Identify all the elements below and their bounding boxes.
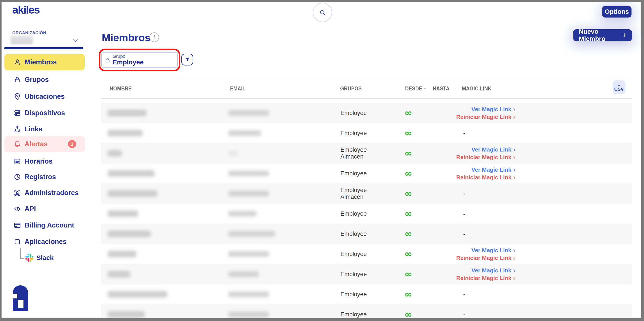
member-name-redacted <box>108 231 151 237</box>
filter-button[interactable] <box>182 54 193 65</box>
sidebar-item-horarios[interactable]: Horarios <box>4 153 85 169</box>
organization-underline <box>4 47 83 49</box>
member-email-redacted <box>228 271 259 277</box>
ver-magic-link[interactable]: Ver Magic Link› <box>456 105 516 113</box>
reiniciar-magic-link[interactable]: Reiniciar Magic Link› <box>456 153 516 161</box>
group-value: Employee <box>340 231 367 237</box>
col-header-hasta: HASTA <box>433 85 450 92</box>
ver-magic-link[interactable]: Ver Magic Link› <box>456 146 516 153</box>
col-header-desde: DESDE <box>405 85 422 92</box>
desde-infinity-value: ∞ <box>404 163 412 183</box>
desde-infinity-value: ∞ <box>404 123 412 143</box>
sidebar-item-label: Miembros <box>24 58 56 66</box>
group-value: Employee <box>340 291 367 298</box>
member-email-redacted <box>228 170 269 176</box>
table-row[interactable]: Employee∞ Ver Magic Link› Reiniciar Magi… <box>101 264 632 284</box>
member-name-redacted <box>108 311 145 318</box>
desde-infinity-value: ∞ <box>404 183 412 204</box>
table-row[interactable]: Employee∞- <box>101 284 632 304</box>
reiniciar-magic-link[interactable]: Reiniciar Magic Link› <box>456 274 516 282</box>
chevron-right-icon: › <box>513 113 516 121</box>
reiniciar-magic-link[interactable]: Reiniciar Magic Link› <box>456 254 516 262</box>
table-row[interactable]: Employee∞- <box>101 204 632 224</box>
search-button[interactable] <box>313 3 332 22</box>
sidebar-item-api[interactable]: API <box>4 201 85 217</box>
info-icon[interactable]: i <box>149 32 159 42</box>
mark-cutout <box>13 294 17 299</box>
new-member-label: Nuevo Miembro <box>579 28 622 42</box>
member-name-redacted <box>108 251 136 257</box>
ver-magic-link[interactable]: Ver Magic Link› <box>456 246 516 254</box>
mark-cutout <box>18 300 24 308</box>
table-row[interactable]: Employee∞ Ver Magic Link› Reiniciar Magi… <box>101 244 632 264</box>
chevron-right-icon: › <box>513 246 516 254</box>
groups-cell: Employee <box>340 264 367 284</box>
organization-label: ORGANIZACIÓN <box>12 30 46 35</box>
lock-icon <box>105 57 110 63</box>
chevron-right-icon: › <box>513 274 516 282</box>
sidebar-item-grupos[interactable]: Grupos <box>4 72 85 88</box>
page-title: Miembros <box>102 31 150 44</box>
member-email-redacted <box>228 251 269 257</box>
sidebar-item-label: Alertas <box>24 140 48 148</box>
member-email-redacted <box>228 292 269 297</box>
ver-magic-link[interactable]: Ver Magic Link› <box>456 166 516 173</box>
sidebar-item-label: Horarios <box>24 158 52 165</box>
plus-icon: + <box>622 31 626 39</box>
sidebar-item-ubicaciones[interactable]: Ubicaciones <box>4 88 85 105</box>
toggles-icon <box>14 109 21 117</box>
card-icon <box>14 222 21 229</box>
chevron-right-icon: › <box>513 254 516 262</box>
table-row[interactable]: Employee∞- <box>101 304 632 321</box>
desde-infinity-value: ∞ <box>404 244 412 264</box>
slack-connector-vertical <box>20 248 20 259</box>
chevron-down-icon[interactable] <box>72 37 79 44</box>
groups-cell: Employee <box>340 204 367 224</box>
col-header-range-dash: – <box>424 85 426 92</box>
table-row[interactable]: Employee∞- <box>101 123 632 143</box>
ver-magic-link[interactable]: Ver Magic Link› <box>456 267 516 274</box>
calendar-icon <box>14 158 21 165</box>
groups-cell: Employee <box>340 163 367 183</box>
magic-link-actions: Ver Magic Link› Reiniciar Magic Link› <box>456 166 516 181</box>
export-csv-button[interactable]: CSV <box>613 80 625 94</box>
table-header-top-border <box>101 78 632 78</box>
member-email-redacted <box>228 231 275 237</box>
table-row[interactable]: EmployeeAlmacen∞- <box>101 183 632 204</box>
table-row[interactable]: EmployeeAlmacen∞ Ver Magic Link› Reinici… <box>101 143 632 163</box>
col-header-email: EMAIL <box>230 85 246 92</box>
group-filter-chip[interactable]: Grupo Employee <box>101 52 178 68</box>
new-member-button[interactable]: Nuevo Miembro + <box>573 29 632 41</box>
sidebar-item-alertas[interactable]: Alertas1 <box>4 136 85 152</box>
reiniciar-magic-link[interactable]: Reiniciar Magic Link› <box>456 113 516 121</box>
member-name-redacted <box>108 190 158 197</box>
desde-infinity-value: ∞ <box>404 304 412 321</box>
sidebar-item-registros[interactable]: Registros <box>4 169 85 185</box>
sidebar-item-label: Administradores <box>24 189 78 197</box>
sidebar-item-label: Grupos <box>24 76 49 84</box>
admin-icon <box>14 189 21 197</box>
organization-value-redacted[interactable] <box>10 35 33 44</box>
table-row[interactable]: Employee∞ Ver Magic Link› Reiniciar Magi… <box>101 163 632 183</box>
table-row[interactable]: Employee∞- <box>101 224 632 244</box>
sidebar-item-administradores[interactable]: Administradores <box>4 185 85 201</box>
sidebar-item-dispositivos[interactable]: Dispositivos <box>4 105 85 121</box>
member-name-redacted <box>108 150 122 157</box>
desde-infinity-value: ∞ <box>404 224 412 244</box>
sidebar-item-aplicaciones[interactable]: Aplicaciones <box>4 234 85 250</box>
reiniciar-magic-link[interactable]: Reiniciar Magic Link› <box>456 173 516 181</box>
akiles-mark-logo <box>13 285 28 311</box>
table-row[interactable]: Employee∞ Ver Magic Link› Reiniciar Magi… <box>101 103 632 123</box>
person-icon <box>14 58 21 66</box>
sidebar-item-slack[interactable]: Slack <box>21 250 85 266</box>
sidebar-item-miembros[interactable]: Miembros <box>4 54 85 70</box>
square-icon <box>14 238 21 245</box>
group-value: Employee <box>340 271 367 278</box>
desde-infinity-value: ∞ <box>404 264 412 284</box>
sidebar-item-label: API <box>24 205 36 213</box>
desde-infinity-value: ∞ <box>404 204 412 224</box>
sidebar-item-billing-account[interactable]: Billing Account <box>4 217 85 233</box>
sidebar-item-links[interactable]: Links <box>4 121 85 137</box>
options-button[interactable]: Options <box>602 6 632 17</box>
sidebar-item-label: Ubicaciones <box>24 93 65 101</box>
